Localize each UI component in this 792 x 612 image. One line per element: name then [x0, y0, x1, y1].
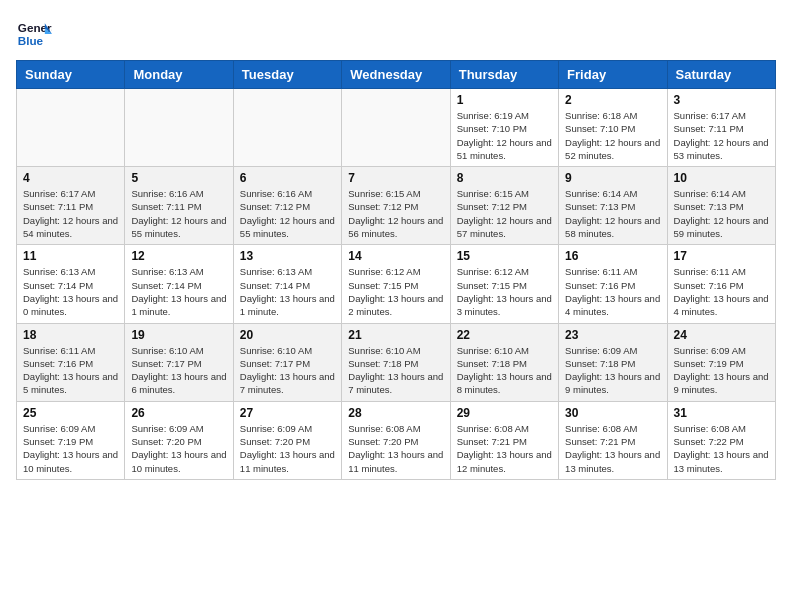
day-info: Sunrise: 6:10 AMSunset: 7:17 PMDaylight:…: [131, 344, 226, 397]
day-number: 8: [457, 171, 552, 185]
calendar-cell: 17Sunrise: 6:11 AMSunset: 7:16 PMDayligh…: [667, 245, 775, 323]
day-number: 29: [457, 406, 552, 420]
week-row-5: 25Sunrise: 6:09 AMSunset: 7:19 PMDayligh…: [17, 401, 776, 479]
day-number: 4: [23, 171, 118, 185]
day-number: 23: [565, 328, 660, 342]
day-info: Sunrise: 6:10 AMSunset: 7:18 PMDaylight:…: [457, 344, 552, 397]
day-info: Sunrise: 6:11 AMSunset: 7:16 PMDaylight:…: [565, 265, 660, 318]
day-number: 2: [565, 93, 660, 107]
calendar-cell: 22Sunrise: 6:10 AMSunset: 7:18 PMDayligh…: [450, 323, 558, 401]
svg-text:Blue: Blue: [18, 34, 44, 47]
weekday-header-row: SundayMondayTuesdayWednesdayThursdayFrid…: [17, 61, 776, 89]
calendar-cell: 8Sunrise: 6:15 AMSunset: 7:12 PMDaylight…: [450, 167, 558, 245]
day-number: 27: [240, 406, 335, 420]
logo-icon: General Blue: [16, 16, 52, 52]
week-row-2: 4Sunrise: 6:17 AMSunset: 7:11 PMDaylight…: [17, 167, 776, 245]
weekday-header-saturday: Saturday: [667, 61, 775, 89]
day-info: Sunrise: 6:14 AMSunset: 7:13 PMDaylight:…: [565, 187, 660, 240]
day-number: 17: [674, 249, 769, 263]
weekday-header-friday: Friday: [559, 61, 667, 89]
day-number: 25: [23, 406, 118, 420]
day-number: 14: [348, 249, 443, 263]
day-number: 22: [457, 328, 552, 342]
calendar-cell: 7Sunrise: 6:15 AMSunset: 7:12 PMDaylight…: [342, 167, 450, 245]
week-row-1: 1Sunrise: 6:19 AMSunset: 7:10 PMDaylight…: [17, 89, 776, 167]
day-number: 28: [348, 406, 443, 420]
calendar-cell: 24Sunrise: 6:09 AMSunset: 7:19 PMDayligh…: [667, 323, 775, 401]
day-info: Sunrise: 6:16 AMSunset: 7:11 PMDaylight:…: [131, 187, 226, 240]
day-number: 15: [457, 249, 552, 263]
calendar-cell: 28Sunrise: 6:08 AMSunset: 7:20 PMDayligh…: [342, 401, 450, 479]
calendar-cell: 25Sunrise: 6:09 AMSunset: 7:19 PMDayligh…: [17, 401, 125, 479]
calendar-cell: 12Sunrise: 6:13 AMSunset: 7:14 PMDayligh…: [125, 245, 233, 323]
day-number: 19: [131, 328, 226, 342]
day-info: Sunrise: 6:13 AMSunset: 7:14 PMDaylight:…: [23, 265, 118, 318]
day-info: Sunrise: 6:19 AMSunset: 7:10 PMDaylight:…: [457, 109, 552, 162]
logo: General Blue: [16, 16, 56, 52]
day-number: 7: [348, 171, 443, 185]
day-info: Sunrise: 6:09 AMSunset: 7:19 PMDaylight:…: [674, 344, 769, 397]
calendar-table: SundayMondayTuesdayWednesdayThursdayFrid…: [16, 60, 776, 480]
calendar-cell: 6Sunrise: 6:16 AMSunset: 7:12 PMDaylight…: [233, 167, 341, 245]
calendar-cell: 15Sunrise: 6:12 AMSunset: 7:15 PMDayligh…: [450, 245, 558, 323]
day-number: 9: [565, 171, 660, 185]
day-info: Sunrise: 6:12 AMSunset: 7:15 PMDaylight:…: [348, 265, 443, 318]
day-info: Sunrise: 6:08 AMSunset: 7:20 PMDaylight:…: [348, 422, 443, 475]
page-header: General Blue: [16, 16, 776, 52]
day-info: Sunrise: 6:16 AMSunset: 7:12 PMDaylight:…: [240, 187, 335, 240]
calendar-cell: 4Sunrise: 6:17 AMSunset: 7:11 PMDaylight…: [17, 167, 125, 245]
day-number: 5: [131, 171, 226, 185]
day-number: 11: [23, 249, 118, 263]
calendar-cell: 21Sunrise: 6:10 AMSunset: 7:18 PMDayligh…: [342, 323, 450, 401]
week-row-3: 11Sunrise: 6:13 AMSunset: 7:14 PMDayligh…: [17, 245, 776, 323]
day-info: Sunrise: 6:11 AMSunset: 7:16 PMDaylight:…: [23, 344, 118, 397]
weekday-header-tuesday: Tuesday: [233, 61, 341, 89]
calendar-cell: 29Sunrise: 6:08 AMSunset: 7:21 PMDayligh…: [450, 401, 558, 479]
calendar-cell: 5Sunrise: 6:16 AMSunset: 7:11 PMDaylight…: [125, 167, 233, 245]
calendar-cell: 20Sunrise: 6:10 AMSunset: 7:17 PMDayligh…: [233, 323, 341, 401]
day-info: Sunrise: 6:09 AMSunset: 7:18 PMDaylight:…: [565, 344, 660, 397]
day-info: Sunrise: 6:08 AMSunset: 7:22 PMDaylight:…: [674, 422, 769, 475]
calendar-cell: 14Sunrise: 6:12 AMSunset: 7:15 PMDayligh…: [342, 245, 450, 323]
day-number: 13: [240, 249, 335, 263]
day-info: Sunrise: 6:08 AMSunset: 7:21 PMDaylight:…: [457, 422, 552, 475]
day-info: Sunrise: 6:09 AMSunset: 7:20 PMDaylight:…: [240, 422, 335, 475]
calendar-cell: 13Sunrise: 6:13 AMSunset: 7:14 PMDayligh…: [233, 245, 341, 323]
calendar-cell: 1Sunrise: 6:19 AMSunset: 7:10 PMDaylight…: [450, 89, 558, 167]
calendar-cell: 2Sunrise: 6:18 AMSunset: 7:10 PMDaylight…: [559, 89, 667, 167]
day-info: Sunrise: 6:08 AMSunset: 7:21 PMDaylight:…: [565, 422, 660, 475]
day-info: Sunrise: 6:18 AMSunset: 7:10 PMDaylight:…: [565, 109, 660, 162]
day-info: Sunrise: 6:15 AMSunset: 7:12 PMDaylight:…: [348, 187, 443, 240]
calendar-cell: 9Sunrise: 6:14 AMSunset: 7:13 PMDaylight…: [559, 167, 667, 245]
day-number: 16: [565, 249, 660, 263]
calendar-cell: 31Sunrise: 6:08 AMSunset: 7:22 PMDayligh…: [667, 401, 775, 479]
day-info: Sunrise: 6:15 AMSunset: 7:12 PMDaylight:…: [457, 187, 552, 240]
day-number: 10: [674, 171, 769, 185]
calendar-cell: 23Sunrise: 6:09 AMSunset: 7:18 PMDayligh…: [559, 323, 667, 401]
day-info: Sunrise: 6:10 AMSunset: 7:18 PMDaylight:…: [348, 344, 443, 397]
day-info: Sunrise: 6:10 AMSunset: 7:17 PMDaylight:…: [240, 344, 335, 397]
calendar-cell: 11Sunrise: 6:13 AMSunset: 7:14 PMDayligh…: [17, 245, 125, 323]
weekday-header-wednesday: Wednesday: [342, 61, 450, 89]
day-info: Sunrise: 6:11 AMSunset: 7:16 PMDaylight:…: [674, 265, 769, 318]
calendar-cell: 16Sunrise: 6:11 AMSunset: 7:16 PMDayligh…: [559, 245, 667, 323]
calendar-cell: 26Sunrise: 6:09 AMSunset: 7:20 PMDayligh…: [125, 401, 233, 479]
day-number: 24: [674, 328, 769, 342]
day-number: 1: [457, 93, 552, 107]
day-number: 18: [23, 328, 118, 342]
day-number: 12: [131, 249, 226, 263]
day-number: 26: [131, 406, 226, 420]
calendar-cell: [233, 89, 341, 167]
day-info: Sunrise: 6:14 AMSunset: 7:13 PMDaylight:…: [674, 187, 769, 240]
day-number: 31: [674, 406, 769, 420]
calendar-cell: 18Sunrise: 6:11 AMSunset: 7:16 PMDayligh…: [17, 323, 125, 401]
weekday-header-sunday: Sunday: [17, 61, 125, 89]
day-info: Sunrise: 6:12 AMSunset: 7:15 PMDaylight:…: [457, 265, 552, 318]
calendar-cell: 19Sunrise: 6:10 AMSunset: 7:17 PMDayligh…: [125, 323, 233, 401]
day-number: 30: [565, 406, 660, 420]
week-row-4: 18Sunrise: 6:11 AMSunset: 7:16 PMDayligh…: [17, 323, 776, 401]
calendar-cell: 3Sunrise: 6:17 AMSunset: 7:11 PMDaylight…: [667, 89, 775, 167]
calendar-cell: 10Sunrise: 6:14 AMSunset: 7:13 PMDayligh…: [667, 167, 775, 245]
day-number: 3: [674, 93, 769, 107]
day-info: Sunrise: 6:13 AMSunset: 7:14 PMDaylight:…: [240, 265, 335, 318]
